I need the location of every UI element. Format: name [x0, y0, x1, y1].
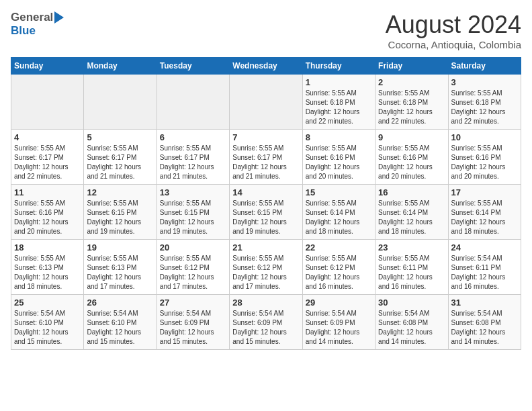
calendar-cell: 27Sunrise: 5:54 AM Sunset: 6:09 PM Dayli… [157, 295, 229, 350]
calendar-cell: 18Sunrise: 5:55 AM Sunset: 6:13 PM Dayli… [11, 240, 84, 295]
day-info: Sunrise: 5:55 AM Sunset: 6:15 PM Dayligh… [160, 199, 226, 236]
day-number: 27 [160, 298, 226, 308]
day-info: Sunrise: 5:55 AM Sunset: 6:11 PM Dayligh… [378, 254, 445, 291]
calendar-cell: 22Sunrise: 5:55 AM Sunset: 6:12 PM Dayli… [302, 240, 375, 295]
header: General Blue August 2024 Cocorna, Antioq… [11, 11, 521, 50]
calendar-cell: 30Sunrise: 5:54 AM Sunset: 6:08 PM Dayli… [375, 295, 448, 350]
day-info: Sunrise: 5:55 AM Sunset: 6:14 PM Dayligh… [378, 199, 445, 236]
week-row-0: 1Sunrise: 5:55 AM Sunset: 6:18 PM Daylig… [11, 75, 521, 130]
calendar-cell: 7Sunrise: 5:55 AM Sunset: 6:17 PM Daylig… [230, 130, 302, 185]
day-number: 8 [306, 132, 372, 142]
day-info: Sunrise: 5:55 AM Sunset: 6:16 PM Dayligh… [14, 199, 81, 236]
calendar-cell: 31Sunrise: 5:54 AM Sunset: 6:08 PM Dayli… [448, 295, 521, 350]
day-info: Sunrise: 5:54 AM Sunset: 6:09 PM Dayligh… [232, 309, 299, 347]
day-number: 31 [451, 298, 518, 308]
calendar-cell: 16Sunrise: 5:55 AM Sunset: 6:14 PM Dayli… [375, 185, 448, 240]
calendar-cell: 19Sunrise: 5:55 AM Sunset: 6:13 PM Dayli… [84, 240, 157, 295]
calendar-cell: 24Sunrise: 5:54 AM Sunset: 6:11 PM Dayli… [448, 240, 521, 295]
day-info: Sunrise: 5:55 AM Sunset: 6:13 PM Dayligh… [14, 254, 81, 291]
day-info: Sunrise: 5:55 AM Sunset: 6:14 PM Dayligh… [306, 199, 372, 236]
day-info: Sunrise: 5:55 AM Sunset: 6:18 PM Dayligh… [378, 89, 445, 126]
day-info: Sunrise: 5:55 AM Sunset: 6:15 PM Dayligh… [87, 199, 153, 236]
day-info: Sunrise: 5:54 AM Sunset: 6:08 PM Dayligh… [378, 309, 445, 347]
location-title: Cocorna, Antioquia, Colombia [386, 39, 521, 50]
month-title: August 2024 [386, 11, 521, 39]
calendar-cell: 23Sunrise: 5:55 AM Sunset: 6:11 PM Dayli… [375, 240, 448, 295]
calendar-cell: 20Sunrise: 5:55 AM Sunset: 6:12 PM Dayli… [157, 240, 229, 295]
calendar-cell: 13Sunrise: 5:55 AM Sunset: 6:15 PM Dayli… [157, 185, 229, 240]
day-number: 1 [306, 77, 372, 87]
calendar-cell: 3Sunrise: 5:55 AM Sunset: 6:18 PM Daylig… [448, 75, 521, 130]
col-header-thursday: Thursday [302, 58, 375, 75]
day-number: 14 [232, 187, 299, 197]
day-info: Sunrise: 5:55 AM Sunset: 6:14 PM Dayligh… [451, 199, 518, 236]
col-header-saturday: Saturday [448, 58, 521, 75]
calendar-cell [84, 75, 157, 130]
day-number: 23 [378, 242, 445, 253]
day-number: 16 [378, 187, 445, 197]
week-row-1: 4Sunrise: 5:55 AM Sunset: 6:17 PM Daylig… [11, 130, 521, 185]
day-info: Sunrise: 5:55 AM Sunset: 6:13 PM Dayligh… [87, 254, 153, 291]
day-number: 24 [451, 242, 518, 253]
calendar-cell: 25Sunrise: 5:54 AM Sunset: 6:10 PM Dayli… [11, 295, 84, 350]
day-info: Sunrise: 5:55 AM Sunset: 6:15 PM Dayligh… [232, 199, 299, 236]
calendar-cell: 21Sunrise: 5:55 AM Sunset: 6:12 PM Dayli… [230, 240, 302, 295]
col-header-sunday: Sunday [11, 58, 84, 75]
calendar-cell: 17Sunrise: 5:55 AM Sunset: 6:14 PM Dayli… [448, 185, 521, 240]
day-info: Sunrise: 5:54 AM Sunset: 6:10 PM Dayligh… [14, 309, 81, 347]
day-info: Sunrise: 5:54 AM Sunset: 6:08 PM Dayligh… [451, 309, 518, 347]
logo-arrow-icon [54, 11, 64, 24]
day-number: 26 [87, 298, 153, 308]
calendar-cell: 28Sunrise: 5:54 AM Sunset: 6:09 PM Dayli… [230, 295, 302, 350]
day-number: 17 [451, 187, 518, 197]
title-area: August 2024 Cocorna, Antioquia, Colombia [386, 11, 521, 50]
day-number: 15 [306, 187, 372, 197]
day-number: 21 [232, 242, 299, 253]
calendar-cell: 12Sunrise: 5:55 AM Sunset: 6:15 PM Dayli… [84, 185, 157, 240]
calendar-cell: 2Sunrise: 5:55 AM Sunset: 6:18 PM Daylig… [375, 75, 448, 130]
day-number: 3 [451, 77, 518, 87]
week-row-2: 11Sunrise: 5:55 AM Sunset: 6:16 PM Dayli… [11, 185, 521, 240]
day-number: 4 [14, 132, 81, 142]
calendar-cell: 6Sunrise: 5:55 AM Sunset: 6:17 PM Daylig… [157, 130, 229, 185]
week-row-3: 18Sunrise: 5:55 AM Sunset: 6:13 PM Dayli… [11, 240, 521, 295]
calendar-cell: 26Sunrise: 5:54 AM Sunset: 6:10 PM Dayli… [84, 295, 157, 350]
day-info: Sunrise: 5:55 AM Sunset: 6:17 PM Dayligh… [160, 144, 226, 181]
day-info: Sunrise: 5:54 AM Sunset: 6:11 PM Dayligh… [451, 254, 518, 291]
day-info: Sunrise: 5:54 AM Sunset: 6:10 PM Dayligh… [87, 309, 153, 347]
calendar-cell: 9Sunrise: 5:55 AM Sunset: 6:16 PM Daylig… [375, 130, 448, 185]
day-number: 30 [378, 298, 445, 308]
calendar-cell: 10Sunrise: 5:55 AM Sunset: 6:16 PM Dayli… [448, 130, 521, 185]
day-number: 25 [14, 298, 81, 308]
day-number: 19 [87, 242, 153, 253]
day-info: Sunrise: 5:55 AM Sunset: 6:12 PM Dayligh… [160, 254, 226, 291]
day-number: 7 [232, 132, 299, 142]
day-info: Sunrise: 5:55 AM Sunset: 6:16 PM Dayligh… [306, 144, 372, 181]
calendar-cell: 11Sunrise: 5:55 AM Sunset: 6:16 PM Dayli… [11, 185, 84, 240]
day-info: Sunrise: 5:55 AM Sunset: 6:17 PM Dayligh… [232, 144, 299, 181]
calendar-cell: 14Sunrise: 5:55 AM Sunset: 6:15 PM Dayli… [230, 185, 302, 240]
day-number: 29 [306, 298, 372, 308]
col-header-wednesday: Wednesday [230, 58, 302, 75]
day-info: Sunrise: 5:55 AM Sunset: 6:16 PM Dayligh… [451, 144, 518, 181]
day-number: 12 [87, 187, 153, 197]
day-number: 28 [232, 298, 299, 308]
logo: General Blue [11, 11, 64, 38]
day-info: Sunrise: 5:55 AM Sunset: 6:18 PM Dayligh… [306, 89, 372, 126]
day-number: 2 [378, 77, 445, 87]
day-info: Sunrise: 5:55 AM Sunset: 6:17 PM Dayligh… [87, 144, 153, 181]
day-number: 5 [87, 132, 153, 142]
day-number: 18 [14, 242, 81, 253]
day-info: Sunrise: 5:55 AM Sunset: 6:18 PM Dayligh… [451, 89, 518, 126]
week-row-4: 25Sunrise: 5:54 AM Sunset: 6:10 PM Dayli… [11, 295, 521, 350]
calendar-cell: 5Sunrise: 5:55 AM Sunset: 6:17 PM Daylig… [84, 130, 157, 185]
calendar-header-row: SundayMondayTuesdayWednesdayThursdayFrid… [11, 58, 521, 75]
col-header-monday: Monday [84, 58, 157, 75]
day-number: 13 [160, 187, 226, 197]
calendar-cell [11, 75, 84, 130]
col-header-friday: Friday [375, 58, 448, 75]
calendar-cell: 29Sunrise: 5:54 AM Sunset: 6:09 PM Dayli… [302, 295, 375, 350]
day-info: Sunrise: 5:54 AM Sunset: 6:09 PM Dayligh… [160, 309, 226, 347]
day-number: 10 [451, 132, 518, 142]
calendar-cell [157, 75, 229, 130]
